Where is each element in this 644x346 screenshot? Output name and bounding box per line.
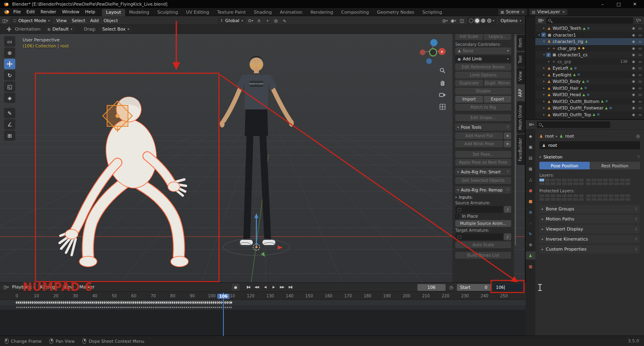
properties-tab-object-data[interactable]: ♟ xyxy=(526,251,535,260)
frame-start-field[interactable]: Start 0 xyxy=(457,284,491,291)
breadcrumb-data[interactable]: root xyxy=(565,134,574,139)
dopesheet-keyframe-area[interactable] xyxy=(0,300,526,336)
current-frame-field[interactable]: 106 xyxy=(417,284,446,291)
sidebar-tab-item[interactable]: Item xyxy=(517,35,525,51)
layer-toggle[interactable] xyxy=(551,194,555,197)
layer-toggle[interactable] xyxy=(551,198,555,201)
properties-tab-world[interactable]: ● xyxy=(526,186,535,194)
layer-toggle[interactable] xyxy=(539,179,544,181)
outliner-search-input[interactable] xyxy=(546,17,633,24)
datablock-name-field[interactable]: ♟ root xyxy=(539,141,640,149)
transform-orientation-dropdown[interactable]: ↕ Global ▾ xyxy=(217,17,246,24)
expand-icon[interactable]: ▸ xyxy=(542,73,546,76)
layer-toggle[interactable] xyxy=(597,182,602,185)
panel-motion-paths[interactable]: ▸Motion Paths⠿ xyxy=(539,215,640,223)
rendered-shading-icon[interactable] xyxy=(487,19,491,23)
layer-toggle[interactable] xyxy=(573,194,578,197)
properties-tab-physics[interactable]: ↻ xyxy=(526,230,535,238)
expand-icon[interactable]: ▸ xyxy=(542,27,546,30)
arp-button-get-selected-objects[interactable]: Get Selected Objects xyxy=(455,177,511,184)
close-button[interactable]: ✕ xyxy=(632,2,638,7)
tool-scale[interactable]: ◱ xyxy=(4,81,15,92)
properties-tab-output[interactable]: ▤ xyxy=(526,154,535,162)
outliner-row-wolf3d-head[interactable]: ▸▲Wolf3D_Head▲⊚◉▭ xyxy=(535,91,644,98)
textured-character[interactable]: READY PLAYER xyxy=(219,49,295,257)
layer-toggle[interactable] xyxy=(586,198,591,201)
tool-add-cube[interactable]: ⊞ xyxy=(4,130,15,141)
collection-checkbox[interactable]: ✓ xyxy=(541,33,546,37)
filter-icon[interactable]: ▽▾ xyxy=(635,17,642,24)
arp-button-limb-options[interactable]: Limb Options xyxy=(455,72,511,78)
hide-in-viewport-icon[interactable]: ◉ xyxy=(631,93,636,97)
layer-toggle[interactable] xyxy=(545,182,550,185)
editor-type-icon[interactable]: ◫▾ xyxy=(2,17,9,24)
outliner-row-wolf3d-body[interactable]: ▸▲Wolf3D_Body▲⊚◉▭ xyxy=(535,78,644,85)
tool-transform[interactable]: ◈ xyxy=(4,93,15,103)
disable-in-renders-icon[interactable]: ▭ xyxy=(637,66,643,70)
z-axis-negative-ball[interactable] xyxy=(426,58,432,64)
arp-button-multiple-source-anim[interactable]: Multiple Source Anim... xyxy=(455,220,511,227)
preview-range-clock-icon[interactable]: ◷ xyxy=(448,284,455,291)
workspace-tab-shading[interactable]: Shading xyxy=(250,9,276,16)
arp-button-apply-pose-as-rest-pose[interactable]: Apply Pose as Rest Pose xyxy=(455,159,511,166)
layer-toggle[interactable] xyxy=(614,179,619,181)
outliner-row-cs-grp[interactable]: ▸+cs_grp136◉▭ xyxy=(535,58,644,65)
hide-in-viewport-icon[interactable]: ◉ xyxy=(631,46,636,50)
expand-icon[interactable]: ▸ xyxy=(547,47,551,50)
snap-options-icon[interactable]: ▾ xyxy=(264,17,271,24)
expand-icon[interactable]: ▾ xyxy=(542,40,546,43)
sidebar-scrollbar[interactable] xyxy=(515,36,516,245)
play-reverse-button[interactable]: ◀ xyxy=(261,284,269,290)
eyedropper-button[interactable]: ∕ xyxy=(504,206,511,213)
disable-in-renders-icon[interactable]: ▭ xyxy=(637,93,643,97)
layer-toggle[interactable] xyxy=(614,198,619,201)
blender-menu-icon[interactable] xyxy=(3,10,10,14)
workspace-tab-animation[interactable]: Animation xyxy=(276,9,306,16)
outliner-row-eyeleft[interactable]: ▸▲EyeLeft▲⊚◉▭ xyxy=(535,65,644,72)
expand-icon[interactable]: ▸ xyxy=(542,86,546,90)
arp-button-add-hand-fist[interactable]: Add Hand Fist xyxy=(455,132,503,139)
outliner-row-wolf3d-teeth[interactable]: ▸▲Wolf3D_Teeth▲⊚◉▭ xyxy=(535,25,644,32)
hide-in-viewport-icon[interactable]: ◉ xyxy=(631,99,636,103)
gizmo-toggle-icon[interactable]: ◎▾ xyxy=(442,17,449,24)
layer-toggle[interactable] xyxy=(625,179,630,181)
maximize-button[interactable]: □ xyxy=(616,2,621,7)
record-button[interactable]: ● xyxy=(232,284,239,290)
arp-dropdown-add-limb[interactable]: ●Add Limb▾ xyxy=(455,56,511,62)
layer-toggle[interactable] xyxy=(573,179,578,181)
layer-toggle[interactable] xyxy=(568,194,572,197)
material-preview-icon[interactable] xyxy=(481,19,485,23)
expand-icon[interactable]: ▾ xyxy=(537,33,541,37)
disable-in-renders-icon[interactable]: ▭ xyxy=(637,53,643,57)
layer-toggle[interactable] xyxy=(539,198,544,201)
layer-toggle[interactable] xyxy=(592,194,597,197)
hide-in-viewport-icon[interactable]: ◉ xyxy=(631,53,636,57)
disable-in-renders-icon[interactable]: ▭ xyxy=(637,106,643,110)
disable-in-renders-icon[interactable]: ▭ xyxy=(637,33,643,37)
layer-toggle[interactable] xyxy=(545,198,550,201)
unlink-scene-icon[interactable]: ✕ xyxy=(522,10,525,14)
mode-dropdown[interactable]: ▢ Object Mode ▾ xyxy=(10,17,53,24)
panel-inverse-kinematics[interactable]: ▸Inverse Kinematics⠿ xyxy=(539,235,640,243)
layer-toggle[interactable] xyxy=(539,194,544,197)
tool-move[interactable] xyxy=(4,59,15,69)
timeline-menu-view[interactable]: View xyxy=(61,284,76,290)
y-axis-ball[interactable] xyxy=(429,49,437,56)
layer-toggle[interactable] xyxy=(573,198,578,201)
layer-toggle[interactable] xyxy=(597,198,602,201)
properties-tab-modifiers[interactable]: ⊚ xyxy=(526,208,535,216)
sidebar-tab-arp[interactable]: ARP xyxy=(517,85,525,101)
solid-shading-icon[interactable] xyxy=(475,19,479,23)
white-character[interactable] xyxy=(60,97,188,267)
rest-position-button[interactable]: Rest Position xyxy=(590,162,640,169)
arp-dropdown-none[interactable]: ♟None▾ xyxy=(455,47,511,54)
layer-toggle[interactable] xyxy=(603,198,608,201)
hide-in-viewport-icon[interactable]: ◉ xyxy=(631,79,636,83)
workspace-tab-texture-paint[interactable]: Texture Paint xyxy=(213,9,250,16)
layer-toggle[interactable] xyxy=(556,194,561,197)
skeleton-panel-header[interactable]: ▾ Skeleton ⠿ xyxy=(539,153,640,161)
object-selector-field[interactable]: ▢ xyxy=(455,233,503,240)
layer-toggle[interactable] xyxy=(603,194,608,197)
timeline-menu-keying[interactable]: Keying ▾ xyxy=(38,284,60,290)
hide-in-viewport-icon[interactable]: ◉ xyxy=(631,26,636,30)
